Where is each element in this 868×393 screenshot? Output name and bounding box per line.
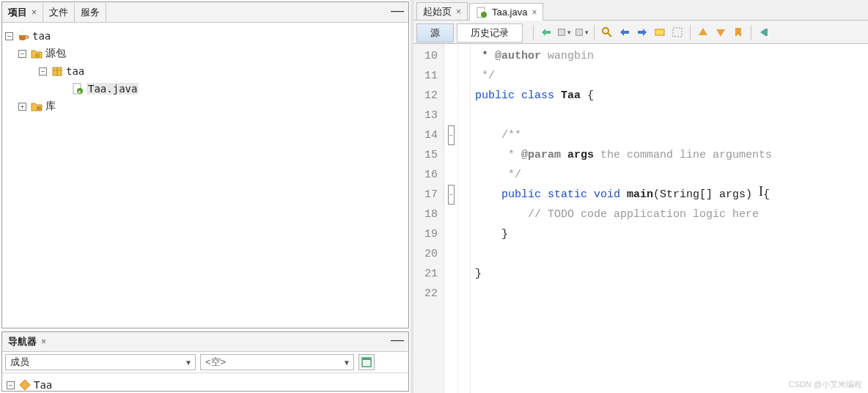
line-number-gutter[interactable]: 10111213141516171819202122 [413, 44, 444, 393]
svg-rect-16 [765, 29, 768, 36]
tab-file-label: Taa.java [492, 7, 527, 18]
chevron-down-icon: ▼ [343, 359, 350, 367]
subtab-history-label: 历史记录 [471, 26, 509, 40]
filter-dropdown[interactable]: <空> ▼ [200, 354, 354, 370]
expand-icon[interactable]: + [18, 103, 26, 111]
subtab-source-label: 源 [430, 26, 440, 40]
minimize-button[interactable]: — [391, 7, 404, 18]
tree-root[interactable]: − taa [5, 27, 405, 45]
tab-files-label: 文件 [49, 6, 68, 19]
navigator-toolbar: 成员 ▼ <空> ▼ [2, 352, 408, 373]
toggle-rect-select-button[interactable] [669, 24, 685, 40]
find-selection-button[interactable] [599, 24, 615, 40]
svg-rect-14 [655, 29, 664, 35]
watermark: CSDN @小艾米编程 [789, 379, 862, 390]
navigator-body: − Taa [2, 373, 408, 393]
package-folder-icon [31, 48, 43, 59]
tree-root-label: taa [32, 30, 51, 42]
project-tree[interactable]: − taa − 源包 − taa ▶ Taa.java [2, 23, 408, 328]
members-dropdown[interactable]: 成员 ▼ [5, 354, 196, 370]
editor-tabs: 起始页 × Taa.java × [413, 0, 868, 21]
code-content[interactable]: * @author wangbin */public class Taa { /… [471, 44, 868, 393]
code-editor[interactable]: 10111213141516171819202122 −− * @author … [413, 44, 868, 393]
projects-panel: 项目 × 文件 服务 — − taa − [1, 1, 409, 328]
svg-text:▶: ▶ [78, 89, 81, 94]
svg-rect-5 [37, 106, 41, 110]
editor-toolbar [530, 24, 772, 40]
svg-rect-7 [362, 358, 371, 360]
navigator-panel: 导航器 × — 成员 ▼ <空> ▼ [1, 331, 409, 392]
tab-editor-file[interactable]: Taa.java × [469, 3, 543, 21]
filter-label: <空> [205, 356, 226, 369]
java-class-icon: ▶ [72, 83, 84, 95]
tree-libs-label: 库 [45, 100, 56, 113]
tree-file-label: Taa.java [87, 83, 139, 95]
editor-subtabs: 源 历史记录 [413, 21, 868, 44]
tab-navigator[interactable]: 导航器 × [2, 332, 52, 351]
forward-button[interactable] [573, 24, 589, 40]
tab-projects-label: 项目 [8, 6, 27, 19]
svg-marker-8 [20, 380, 30, 390]
tab-projects[interactable]: 项目 × [2, 3, 43, 22]
navigator-settings-button[interactable] [358, 354, 375, 370]
tab-start-label: 起始页 [423, 5, 452, 18]
tree-package-label: taa [66, 65, 84, 77]
collapse-icon[interactable]: − [7, 381, 15, 389]
indent-guide [459, 44, 471, 393]
last-edit-button[interactable] [538, 24, 554, 40]
collapse-icon[interactable]: − [39, 67, 47, 76]
find-prev-button[interactable] [617, 24, 633, 40]
tab-files[interactable]: 文件 [43, 3, 75, 22]
next-bookmark-button[interactable] [713, 24, 729, 40]
coffee-cup-icon [18, 30, 29, 42]
find-next-button[interactable] [634, 24, 650, 40]
shift-left-button[interactable] [756, 24, 772, 40]
window-icon [361, 356, 372, 368]
tree-package[interactable]: − taa [5, 62, 405, 80]
tree-src-packages[interactable]: − 源包 [5, 45, 405, 62]
members-label: 成员 [10, 356, 29, 369]
svg-rect-11 [559, 29, 565, 35]
tab-services[interactable]: 服务 [75, 3, 106, 22]
editor-area: 起始页 × Taa.java × 源 历史记录 [413, 0, 868, 393]
svg-rect-15 [673, 28, 682, 37]
collapse-icon[interactable]: − [5, 32, 13, 40]
svg-point-10 [481, 12, 487, 18]
nav-class-node[interactable]: − Taa [7, 376, 404, 393]
libraries-folder-icon [31, 100, 43, 112]
java-class-icon [476, 7, 488, 18]
minimize-button[interactable]: — [391, 336, 404, 348]
left-panel-header: 项目 × 文件 服务 — [2, 2, 408, 23]
package-icon [51, 65, 63, 77]
close-icon[interactable]: × [456, 7, 461, 17]
subtab-history[interactable]: 历史记录 [457, 23, 523, 43]
tab-navigator-label: 导航器 [8, 335, 37, 348]
toggle-bookmark-button[interactable] [730, 24, 746, 40]
back-button[interactable] [556, 24, 572, 40]
svg-rect-0 [35, 54, 40, 57]
prev-bookmark-button[interactable] [695, 24, 711, 40]
chevron-down-icon: ▼ [185, 359, 192, 367]
tree-src-label: 源包 [45, 47, 66, 60]
close-icon[interactable]: × [532, 7, 537, 18]
tab-start-page[interactable]: 起始页 × [416, 2, 468, 20]
close-icon[interactable]: × [41, 337, 46, 347]
tree-libraries[interactable]: + 库 [5, 98, 405, 115]
svg-rect-12 [576, 29, 583, 35]
svg-point-13 [603, 28, 608, 34]
toggle-highlight-button[interactable] [652, 24, 668, 40]
tree-java-file[interactable]: ▶ Taa.java [5, 80, 405, 98]
subtab-source[interactable]: 源 [416, 23, 454, 43]
close-icon[interactable]: × [32, 7, 37, 18]
collapse-icon[interactable]: − [18, 50, 26, 58]
navigator-header: 导航器 × — [2, 332, 408, 352]
class-icon [19, 379, 31, 391]
fold-column[interactable]: −− [444, 44, 459, 393]
tab-services-label: 服务 [81, 6, 100, 19]
nav-class-label: Taa [34, 379, 52, 391]
